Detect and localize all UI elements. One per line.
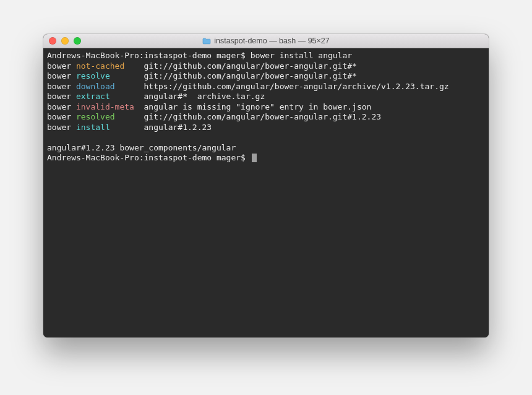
bower-status: resolved (76, 112, 144, 123)
prompt: Andrews-MacBook-Pro:instaspot-demo mager… (47, 51, 251, 60)
output-line: bower extract angular#* archive.tar.gz (47, 92, 485, 102)
output-line: bower resolved git://github.com/angular/… (47, 112, 485, 123)
terminal-window: instaspot-demo — bash — 95×27 Andrews-Ma… (43, 34, 489, 337)
zoom-button[interactable] (74, 37, 81, 45)
bower-label: bower (47, 123, 71, 132)
bower-msg: git://github.com/angular/bower-angular.g… (144, 61, 357, 71)
output-line: bower resolve git://github.com/angular/b… (47, 71, 485, 82)
bower-label: bower (47, 61, 71, 71)
bower-msg: angular#1.2.23 (144, 123, 212, 132)
blank-line (47, 132, 485, 143)
bower-msg: https://github.com/angular/bower-angular… (144, 82, 449, 91)
titlebar[interactable]: instaspot-demo — bash — 95×27 (43, 34, 489, 48)
terminal-body[interactable]: Andrews-MacBook-Pro:instaspot-demo mager… (43, 48, 489, 337)
bower-status: download (76, 82, 144, 92)
bower-msg: angular#* archive.tar.gz (144, 92, 265, 101)
bower-msg: git://github.com/angular/bower-angular.g… (144, 112, 382, 121)
command-text: bower install angular (251, 51, 352, 60)
prompt: Andrews-MacBook-Pro:instaspot-demo mager… (47, 153, 251, 162)
output-line: bower install angular#1.2.23 (47, 123, 485, 133)
bower-status: not-cached (76, 61, 144, 72)
prompt-line: Andrews-MacBook-Pro:instaspot-demo mager… (47, 51, 485, 61)
bower-label: bower (47, 71, 71, 80)
minimize-button[interactable] (61, 37, 69, 45)
bower-status: install (76, 123, 144, 133)
output-line: bower invalid-meta angular is missing "i… (47, 102, 485, 113)
bower-msg: git://github.com/angular/bower-angular.g… (144, 71, 357, 80)
bower-label: bower (47, 82, 71, 91)
folder-icon (202, 38, 211, 45)
output-line: bower download https://github.com/angula… (47, 82, 485, 92)
bower-label: bower (47, 112, 71, 121)
output-line: bower not-cached git://github.com/angula… (47, 61, 485, 72)
output-line: angular#1.2.23 bower_components/angular (47, 143, 485, 154)
prompt-line: Andrews-MacBook-Pro:instaspot-demo mager… (47, 153, 485, 163)
bower-status: invalid-meta (76, 102, 144, 113)
cursor (252, 154, 257, 162)
window-title: instaspot-demo — bash — 95×27 (43, 37, 489, 45)
bower-label: bower (47, 92, 71, 101)
bower-status: resolve (76, 71, 144, 82)
bower-label: bower (47, 102, 71, 111)
bower-status: extract (76, 92, 144, 102)
traffic-lights (49, 37, 81, 45)
bower-msg: angular is missing "ignore" entry in bow… (144, 102, 372, 111)
window-title-text: instaspot-demo — bash — 95×27 (214, 37, 330, 45)
close-button[interactable] (49, 37, 56, 45)
